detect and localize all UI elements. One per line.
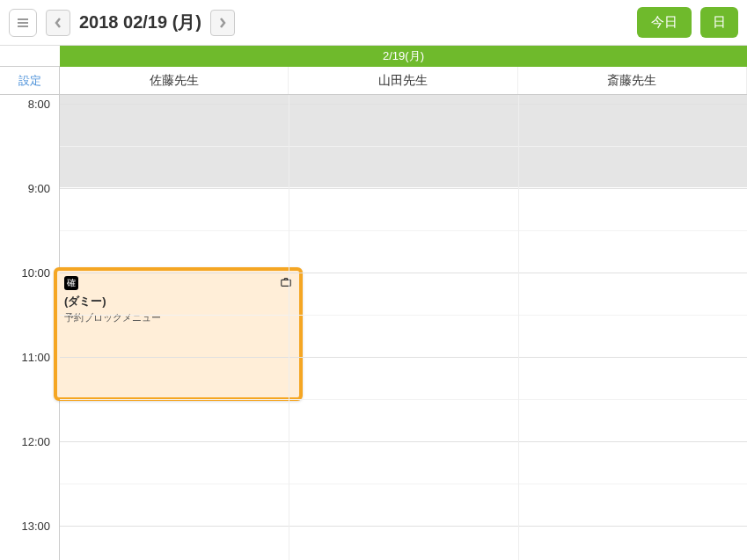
- calendar-body: 8:009:0010:0011:0012:0013:00 確 (ダミー) 予約ブ…: [0, 95, 747, 560]
- appointment-event[interactable]: 確 (ダミー) 予約ブロックメニュー: [54, 267, 303, 401]
- time-label: 8:00: [28, 98, 50, 111]
- time-label: 11:00: [21, 351, 50, 364]
- day-view-button[interactable]: 日: [700, 7, 738, 38]
- resource-col-header: 山田先生: [289, 67, 517, 94]
- date-header: 2/19(月): [0, 46, 747, 67]
- time-label: 9:00: [28, 182, 50, 195]
- event-title: (ダミー): [64, 294, 292, 309]
- resource-col-header: 佐藤先生: [60, 67, 289, 94]
- resource-col-header: 斎藤先生: [518, 67, 747, 94]
- columns-header: 設定 佐藤先生 山田先生 斎藤先生: [0, 67, 747, 95]
- chevron-left-icon: [54, 17, 62, 29]
- calendar-grid[interactable]: 確 (ダミー) 予約ブロックメニュー: [60, 95, 747, 560]
- briefcase-icon: [280, 276, 292, 292]
- next-button[interactable]: [210, 10, 235, 36]
- event-description: 予約ブロックメニュー: [64, 311, 292, 324]
- time-axis: 8:009:0010:0011:0012:0013:00: [0, 95, 60, 560]
- settings-link[interactable]: 設定: [0, 67, 60, 94]
- date-header-label: 2/19(月): [60, 46, 747, 67]
- time-label: 10:00: [21, 266, 50, 280]
- prev-button[interactable]: [46, 10, 70, 36]
- hamburger-icon: [16, 16, 30, 30]
- time-label: 13:00: [21, 520, 50, 533]
- chevron-right-icon: [218, 17, 227, 29]
- toolbar: 2018 02/19 (月) 今日 日: [0, 0, 747, 46]
- event-status-badge: 確: [64, 276, 78, 290]
- today-button[interactable]: 今日: [637, 7, 692, 38]
- closed-time-slot: [60, 95, 747, 187]
- menu-button[interactable]: [9, 9, 37, 37]
- date-title: 2018 02/19 (月): [79, 11, 201, 34]
- time-label: 12:00: [21, 435, 50, 448]
